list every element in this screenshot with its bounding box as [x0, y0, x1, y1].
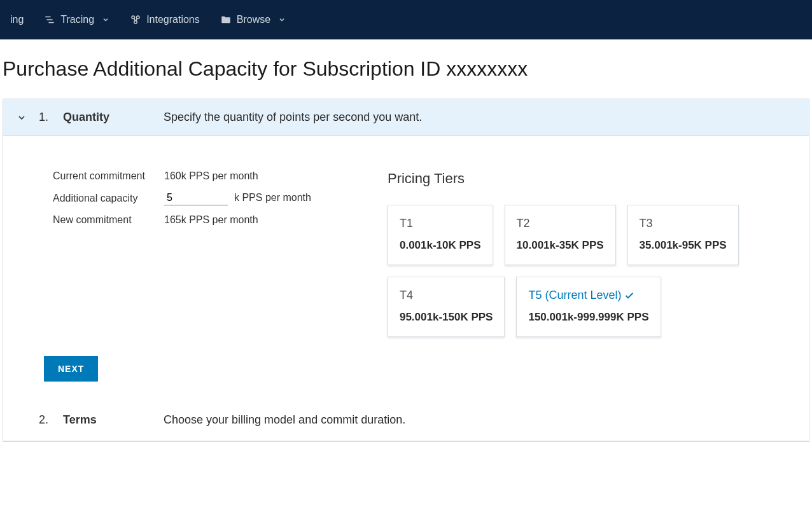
nav-item-truncated[interactable]: ing	[0, 14, 34, 25]
current-commitment-value: 160k PPS per month	[164, 170, 311, 182]
tier-name: T5 (Current Level)	[528, 289, 648, 302]
tier-range: 10.001k-35K PPS	[517, 239, 604, 252]
step-title: Terms	[63, 413, 152, 427]
additional-capacity-label: Additional capacity	[53, 193, 164, 204]
step-number: 2.	[39, 413, 52, 427]
tier-name-text: T1	[400, 217, 413, 230]
tracing-icon	[44, 14, 55, 25]
pricing-tiers-section: Pricing Tiers T10.001k-10K PPST210.001k-…	[388, 170, 771, 337]
top-nav: ing Tracing Integrations	[0, 0, 812, 39]
additional-capacity-field: k PPS per month	[164, 191, 311, 205]
integrations-icon	[130, 14, 141, 25]
step-description: Specify the quantity of points per secon…	[164, 111, 422, 124]
tier-card[interactable]: T5 (Current Level)150.001k-999.999K PPS	[516, 277, 661, 337]
nav-label-partial: ing	[10, 14, 24, 25]
step-body-quantity: Current commitment 160k PPS per month Ad…	[3, 136, 809, 356]
new-commitment-label: New commitment	[53, 214, 164, 226]
folder-icon	[220, 14, 232, 25]
tier-range: 95.001k-150K PPS	[400, 311, 493, 324]
step-footer: NEXT	[3, 356, 809, 399]
nav-item-browse[interactable]: Browse	[210, 14, 296, 25]
step-header-terms[interactable]: 2. Terms Choose your billing model and c…	[3, 399, 809, 441]
chevron-down-icon	[16, 113, 27, 123]
svg-line-6	[134, 18, 136, 21]
step-title: Quantity	[63, 111, 152, 124]
tier-card[interactable]: T10.001k-10K PPS	[388, 205, 493, 265]
nav-item-integrations[interactable]: Integrations	[120, 14, 210, 25]
svg-point-5	[134, 21, 137, 24]
chevron-down-icon	[102, 16, 109, 24]
tier-range: 35.001k-95K PPS	[640, 239, 727, 252]
tier-name: T1	[400, 217, 481, 230]
tier-name: T3	[640, 217, 727, 230]
pricing-tiers-heading: Pricing Tiers	[388, 170, 771, 187]
tier-name: T2	[517, 217, 604, 230]
tier-name-text: T4	[400, 289, 413, 302]
page-title: Purchase Additional Capacity for Subscri…	[0, 39, 812, 99]
tier-card[interactable]: T210.001k-35K PPS	[505, 205, 616, 265]
commitment-table: Current commitment 160k PPS per month Ad…	[53, 170, 311, 226]
tier-card[interactable]: T495.001k-150K PPS	[388, 277, 505, 337]
step-description: Choose your billing model and commit dur…	[164, 413, 405, 427]
nav-label: Integrations	[146, 14, 200, 25]
page-title-prefix: Purchase Additional Capacity for Subscri…	[3, 57, 446, 80]
check-icon	[624, 291, 634, 301]
tier-name-text: T2	[517, 217, 530, 230]
nav-label: Tracing	[60, 14, 94, 25]
pricing-tiers-grid: T10.001k-10K PPST210.001k-35K PPST335.00…	[388, 205, 771, 337]
subscription-id: xxxxxxxx	[446, 57, 528, 80]
additional-capacity-suffix: k PPS per month	[234, 192, 311, 203]
tier-name-text: T5 (Current Level)	[528, 289, 621, 302]
nav-label: Browse	[237, 14, 270, 25]
nav-item-tracing[interactable]: Tracing	[34, 14, 120, 25]
chevron-down-icon	[278, 16, 286, 24]
current-commitment-label: Current commitment	[53, 170, 164, 182]
tier-card[interactable]: T335.001k-95K PPS	[627, 205, 739, 265]
wizard: 1. Quantity Specify the quantity of poin…	[3, 99, 809, 442]
new-commitment-value: 165k PPS per month	[164, 214, 311, 226]
step-header-quantity[interactable]: 1. Quantity Specify the quantity of poin…	[3, 99, 809, 136]
next-button[interactable]: NEXT	[44, 356, 98, 382]
svg-line-7	[136, 18, 137, 21]
tier-range: 150.001k-999.999K PPS	[528, 311, 648, 324]
tier-range: 0.001k-10K PPS	[400, 239, 481, 252]
step-number: 1.	[39, 111, 52, 124]
tier-name: T4	[400, 289, 493, 302]
additional-capacity-input[interactable]	[164, 191, 228, 205]
tier-name-text: T3	[640, 217, 653, 230]
